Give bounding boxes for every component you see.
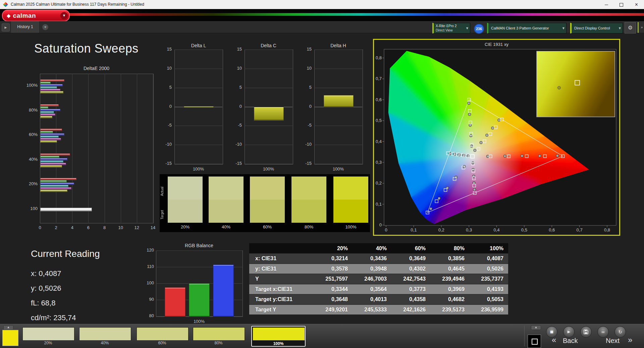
infinity-icon: ∞	[601, 329, 605, 335]
swatch-label: 60%	[250, 224, 285, 229]
gridline	[88, 74, 89, 223]
patch-swatch	[79, 327, 131, 341]
gridline	[174, 126, 222, 126]
measured-point	[468, 102, 470, 105]
axis-tick-label: 0,6	[376, 97, 382, 102]
measured-point	[462, 154, 465, 157]
patch-button-100%[interactable]: 100%	[251, 326, 306, 347]
bar	[40, 208, 92, 211]
bar	[40, 89, 60, 91]
collapse-left-button[interactable]: ▲	[3, 325, 13, 330]
bar	[40, 129, 62, 131]
pattern-window-button[interactable]	[528, 335, 541, 348]
swatch-label: 100%	[333, 224, 368, 229]
axis-tick-label: 10	[159, 66, 172, 71]
cell-value: 0,5026	[469, 264, 508, 274]
meter-device-dropdown[interactable]: X-Rite i1Pro 2 Direct View ▼	[432, 23, 470, 33]
play-icon: ▶	[568, 330, 570, 334]
axis-tick-label: -15	[229, 161, 242, 166]
pattern-source-dropdown[interactable]: CalMAN Client 3 Pattern Generator ▼	[487, 23, 567, 33]
refresh-button[interactable]: ↻	[614, 326, 626, 338]
bar	[40, 153, 70, 156]
measured-point	[486, 134, 488, 137]
axis-tick-label: 0,7	[577, 227, 583, 232]
back-chevron-icon[interactable]: «	[552, 335, 556, 345]
row-label	[249, 243, 314, 254]
side-panel-expander[interactable]: »	[638, 22, 644, 33]
patch-button-40%[interactable]: 40%	[79, 326, 130, 347]
gridline	[245, 145, 292, 145]
measured-point	[473, 182, 475, 184]
axis-tick-label: -10	[299, 142, 312, 147]
axis-tick-label: 15	[299, 47, 312, 52]
measured-point	[498, 119, 500, 122]
tab-history-1[interactable]: History 1	[11, 21, 40, 33]
current-reading-panel: Current Reading x: 0,4087 y: 0,5026 fL: …	[31, 249, 145, 322]
axis-tick-label: 60%	[20, 132, 38, 137]
table-row: Target x:CIE310,33440,35640,37730,39690,…	[249, 284, 508, 295]
axis-tick-label: -10	[159, 142, 172, 147]
play-button[interactable]: ▶	[563, 326, 575, 338]
tab-scroll-button[interactable]: ▶	[2, 23, 10, 31]
save-button[interactable]	[580, 326, 592, 338]
cell-value: 0,3649	[391, 254, 430, 264]
title-bar: Calman 2025 Calman Ultimate for Business…	[0, 0, 644, 9]
patch-button-60%[interactable]: 60%	[137, 326, 188, 347]
measured-point	[470, 145, 473, 147]
back-button[interactable]: Back	[563, 337, 578, 345]
next-button[interactable]: Next	[606, 337, 620, 345]
measured-point	[472, 175, 475, 178]
measured-point	[556, 154, 559, 157]
calman-menu-button[interactable]: ◆ calman ▼	[2, 10, 70, 21]
bar	[324, 95, 354, 107]
bar	[40, 114, 55, 116]
swatch-column-100%: 100%	[333, 174, 368, 232]
measured-point	[470, 134, 472, 137]
collapse-right-button[interactable]: ▲	[531, 325, 541, 330]
gridline	[121, 74, 121, 223]
actual-swatch	[333, 177, 368, 200]
bar	[40, 140, 57, 143]
measured-point	[463, 165, 466, 168]
measurement-count-badge[interactable]: 236	[474, 24, 484, 34]
close-button[interactable]: ×	[629, 0, 644, 9]
patch-button-20%[interactable]: 20%	[22, 326, 74, 347]
bar	[254, 107, 284, 121]
cell-value: 0,3969	[430, 284, 469, 295]
next-chevron-icon[interactable]: »	[628, 335, 632, 345]
settings-button[interactable]: ⚙	[625, 22, 636, 33]
chevron-down-icon: ▼	[466, 27, 468, 30]
actual-swatch	[291, 177, 326, 200]
cell-value: 245,5333	[353, 305, 391, 315]
gridline	[314, 69, 362, 69]
row-label: Y	[249, 274, 314, 284]
maximize-button[interactable]	[614, 0, 629, 9]
bar	[40, 160, 63, 163]
axis-tick-label: 10	[299, 66, 312, 71]
axis-tick-label: -15	[159, 161, 172, 166]
cell-value: 0,4682	[430, 294, 469, 305]
cell-value: 0,4013	[353, 294, 391, 305]
bar-green	[189, 283, 210, 317]
axis-tick-label: 100	[20, 206, 38, 211]
cell-value: 0,3564	[353, 284, 391, 295]
bar	[40, 180, 67, 183]
display-control-dropdown[interactable]: Direct Display Control ▼	[570, 23, 623, 33]
gridline	[174, 88, 222, 88]
cell-value: 100%	[469, 243, 508, 254]
bar	[40, 82, 51, 84]
maximize-icon	[620, 3, 623, 7]
cell-value: 0,4193	[469, 284, 508, 295]
cie-1931-diagram: 00,10,20,30,40,50,60,70,800,10,20,30,40,…	[374, 40, 619, 233]
swatch-column-60%: 60%	[250, 174, 285, 232]
gridline	[56, 74, 56, 223]
axis-tick-label: 14	[146, 225, 160, 230]
add-tab-button[interactable]: +	[42, 24, 48, 30]
continuous-measure-button[interactable]: ∞	[597, 326, 609, 338]
page-title: Saturation Sweeps	[34, 42, 139, 56]
target-swatch	[168, 200, 203, 223]
patch-button-80%[interactable]: 80%	[193, 326, 244, 347]
axis-label: 100%	[314, 166, 362, 171]
minimize-button[interactable]	[599, 0, 614, 9]
bar	[40, 163, 66, 165]
